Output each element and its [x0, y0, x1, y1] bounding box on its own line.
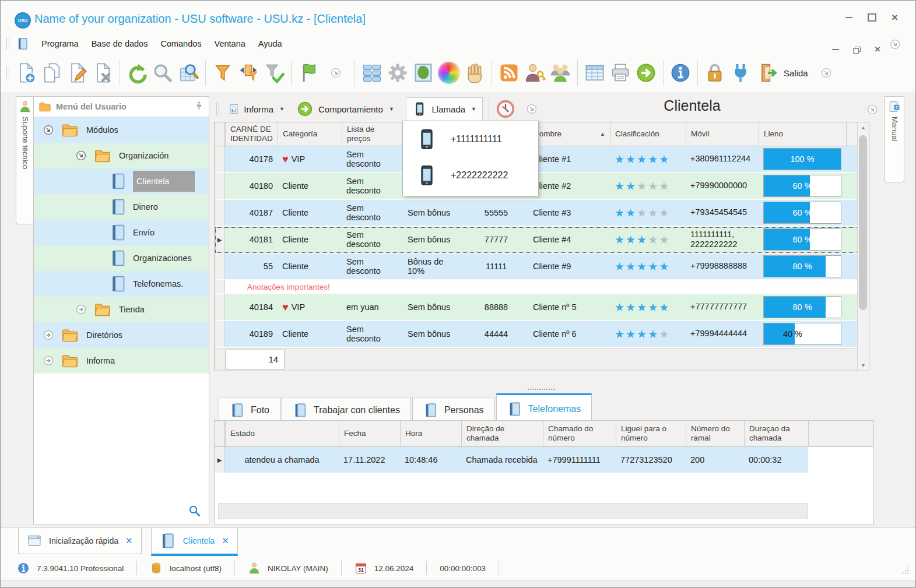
delete-record-button[interactable]	[90, 59, 115, 87]
vertical-scrollbar[interactable]: ▲ ▼	[857, 122, 869, 371]
exit-button[interactable]: Salida	[753, 62, 812, 84]
col-lista-precos[interactable]: Lista de preços	[342, 122, 403, 146]
tab-telefonemas[interactable]: Telefonemas	[496, 393, 592, 424]
table-row[interactable]: 55 Cliente Sem desconto Bônus de 10% 111…	[215, 253, 869, 280]
scrollbar-thumb[interactable]	[859, 135, 867, 310]
title-overflow-button[interactable]	[866, 103, 879, 116]
print-button[interactable]	[608, 59, 633, 87]
tree-item-telefonemas[interactable]: Telefonemas.	[34, 271, 209, 297]
col-ramal[interactable]: Número do ramal	[686, 421, 744, 446]
tree-item-dinero[interactable]: Dinero	[34, 194, 209, 220]
pan-button[interactable]	[462, 59, 487, 87]
filter-range-button[interactable]	[236, 59, 261, 87]
table-row[interactable]: 40184 ♥VIP em yuan Sem bônus 88888 Clien…	[215, 294, 869, 321]
tree-item-envio[interactable]: Envío	[34, 220, 209, 245]
mdi-restore-button[interactable]	[853, 47, 861, 53]
col-movil[interactable]: Móvil	[686, 122, 759, 146]
actionbar-overflow-button[interactable]	[525, 103, 538, 115]
map-button[interactable]	[410, 59, 436, 87]
mdi-close-button[interactable]: ×	[875, 46, 880, 53]
tiles-view-button[interactable]	[359, 59, 385, 87]
table-row[interactable]: 40187 Cliente Sem desconto Sem bônus 555…	[215, 200, 869, 227]
horizontal-splitter[interactable]	[214, 385, 868, 393]
sidebar-search-icon[interactable]	[188, 504, 202, 518]
tree-item-modulos[interactable]: Módulos	[34, 117, 209, 143]
filter-apply-button[interactable]	[261, 59, 287, 87]
pin-icon[interactable]	[194, 101, 204, 112]
col-hora[interactable]: Hora	[400, 421, 461, 446]
info-button[interactable]	[668, 59, 693, 87]
col-categoria[interactable]: Categoría	[278, 122, 342, 146]
table-row[interactable]: 40178 ♥VIP Sem desconto Cliente #1 ★★★★★…	[215, 146, 869, 173]
col-duracao[interactable]: Duraçao da chamada	[744, 421, 808, 446]
menu-base-de-dados[interactable]: Base de dados	[85, 36, 155, 52]
call-number-option[interactable]: +2222222222	[403, 157, 538, 193]
scroll-down-icon[interactable]: ▼	[858, 360, 869, 371]
scroll-up-icon[interactable]: ▲	[858, 122, 869, 133]
table-row[interactable]: 40180 Cliente Sem desconto Cliente #2 ★★…	[215, 173, 869, 200]
mdi-minimize-button[interactable]	[832, 49, 839, 50]
close-tab-icon[interactable]: ✕	[125, 536, 133, 546]
manual-tab[interactable]: ? Manual	[885, 96, 904, 182]
close-button[interactable]: ×	[892, 14, 898, 21]
collapse-icon[interactable]	[42, 124, 55, 136]
plug-button[interactable]	[728, 59, 753, 87]
note-row[interactable]: Anotações importantes!	[215, 280, 869, 294]
table-button[interactable]	[582, 59, 608, 87]
col-liguei[interactable]: Liguei para o número	[616, 421, 686, 446]
informa-button[interactable]: Informa▼	[223, 98, 290, 120]
close-tab-icon[interactable]: ✕	[222, 536, 229, 546]
feed-button[interactable]	[496, 59, 522, 87]
tree-item-tienda[interactable]: Tienda	[34, 297, 209, 322]
tree-item-diretorios[interactable]: Diretórios	[34, 322, 209, 348]
tree-item-organizacion[interactable]: Organización	[34, 143, 209, 168]
color-button[interactable]	[436, 59, 462, 87]
col-fecha[interactable]: Fecha	[339, 421, 400, 446]
expand-icon[interactable]	[42, 329, 55, 341]
tab-clientela[interactable]: Clientela ✕	[151, 528, 238, 556]
tab-inicializacao-rapida[interactable]: Inicialização rápida ✕	[18, 528, 142, 554]
col-clasificacion[interactable]: Clasificación	[610, 122, 686, 146]
col-lleno[interactable]: Lleno	[759, 122, 846, 146]
minimize-button[interactable]	[845, 17, 852, 18]
advanced-search-button[interactable]	[176, 59, 201, 87]
flag-button[interactable]	[296, 59, 321, 87]
search-button[interactable]	[150, 59, 176, 87]
col-chamado[interactable]: Chamado do número	[543, 421, 616, 446]
menubar-overflow-button[interactable]	[889, 38, 901, 51]
table-row-selected[interactable]: ▶ 40181 Cliente Sem desconto Sem bônus 7…	[215, 227, 869, 253]
maximize-button[interactable]	[868, 13, 876, 22]
lock-button[interactable]	[702, 59, 728, 87]
tree-item-organizaciones[interactable]: Organizaciones	[34, 245, 209, 271]
clock-icon[interactable]	[495, 98, 516, 119]
copy-record-button[interactable]	[38, 59, 64, 87]
menu-programa[interactable]: Programa	[35, 36, 85, 52]
menu-ventana[interactable]: Ventana	[208, 36, 252, 52]
col-id[interactable]: CARNÉ DE IDENTIDAD	[225, 122, 278, 146]
toolbar-overflow-button-2[interactable]	[820, 66, 833, 79]
collapse-icon[interactable]	[75, 149, 87, 162]
expand-icon[interactable]	[42, 354, 55, 367]
col-nombre[interactable]: Nombre▲	[528, 122, 610, 146]
tree-item-informa[interactable]: Informa	[34, 348, 209, 374]
table-row[interactable]: 40189 Cliente Sem desconto Sem bônus 444…	[215, 321, 869, 348]
menu-comandos[interactable]: Comandos	[154, 36, 208, 52]
col-estado[interactable]: Estado	[225, 421, 339, 446]
add-record-button[interactable]	[13, 59, 38, 87]
toolbar-overflow-button[interactable]	[329, 66, 342, 79]
refresh-button[interactable]	[124, 59, 150, 87]
llamada-button[interactable]: Llamada▼	[406, 97, 483, 121]
export-button[interactable]	[633, 59, 659, 87]
user-access-button[interactable]	[522, 59, 548, 87]
call-number-option[interactable]: +1111111111	[403, 121, 538, 157]
menu-ayuda[interactable]: Ayuda	[252, 36, 289, 52]
expand-icon[interactable]	[75, 303, 87, 316]
call-row[interactable]: ▶ atendeu a chamada 17.11.2022 10:48:46 …	[215, 447, 873, 473]
col-direcao[interactable]: Direção de chamada	[461, 421, 543, 446]
support-tab[interactable]: Suporte técnico	[16, 96, 34, 224]
users-button[interactable]	[548, 59, 573, 87]
settings-button[interactable]	[385, 59, 410, 87]
resize-grip[interactable]	[900, 566, 910, 575]
edit-record-button[interactable]	[64, 59, 90, 87]
comportamiento-button[interactable]: Comportamiento▼	[290, 98, 406, 120]
